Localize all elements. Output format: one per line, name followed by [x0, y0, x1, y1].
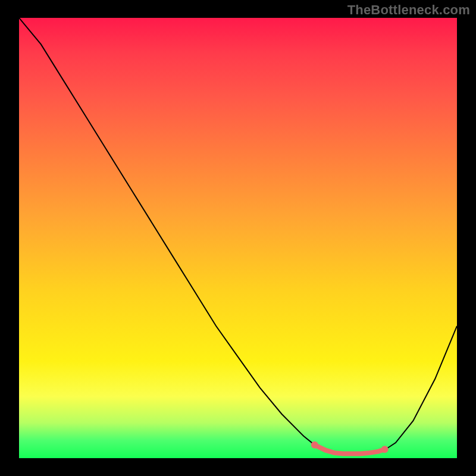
range-endpoint-marker	[311, 441, 318, 449]
chart-frame: TheBottleneck.com	[0, 0, 476, 476]
optimal-range-highlight	[315, 445, 385, 454]
range-endpoint-marker	[381, 446, 389, 453]
chart-svg	[19, 18, 457, 458]
watermark-text: TheBottleneck.com	[347, 2, 470, 18]
bottleneck-curve	[19, 18, 457, 454]
plot-area	[19, 18, 457, 458]
